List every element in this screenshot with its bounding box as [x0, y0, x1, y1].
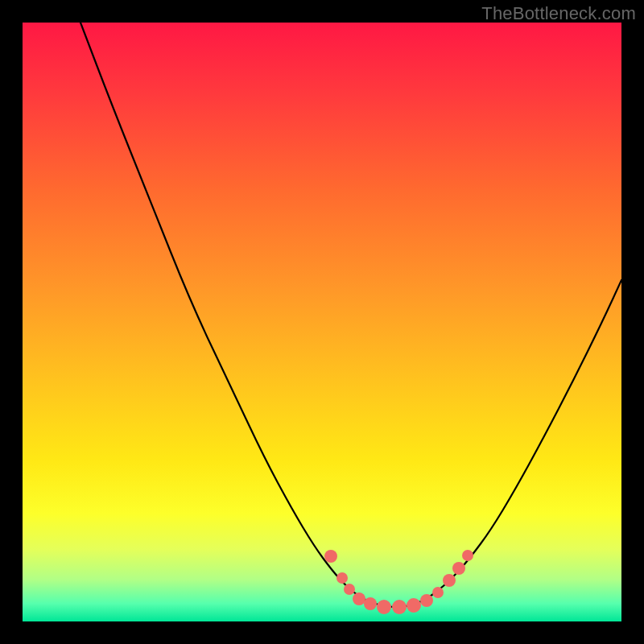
marker-dot — [344, 584, 355, 595]
marker-dot — [432, 587, 444, 598]
marker-dot — [420, 594, 433, 607]
marker-dot — [462, 550, 473, 561]
marker-dot — [407, 598, 421, 613]
marker-dot — [364, 597, 377, 610]
marker-dot — [353, 592, 365, 605]
bottleneck-chart — [23, 23, 621, 621]
marker-dot — [336, 572, 348, 584]
gradient-background — [23, 23, 621, 621]
marker-dot — [452, 562, 465, 575]
marker-dot — [392, 600, 407, 614]
watermark-label: TheBottleneck.com — [481, 3, 636, 24]
marker-dot — [324, 550, 337, 563]
plot-area — [23, 23, 621, 621]
marker-dot — [443, 574, 456, 587]
marker-dot — [377, 600, 391, 614]
chart-frame: TheBottleneck.com — [0, 0, 644, 644]
